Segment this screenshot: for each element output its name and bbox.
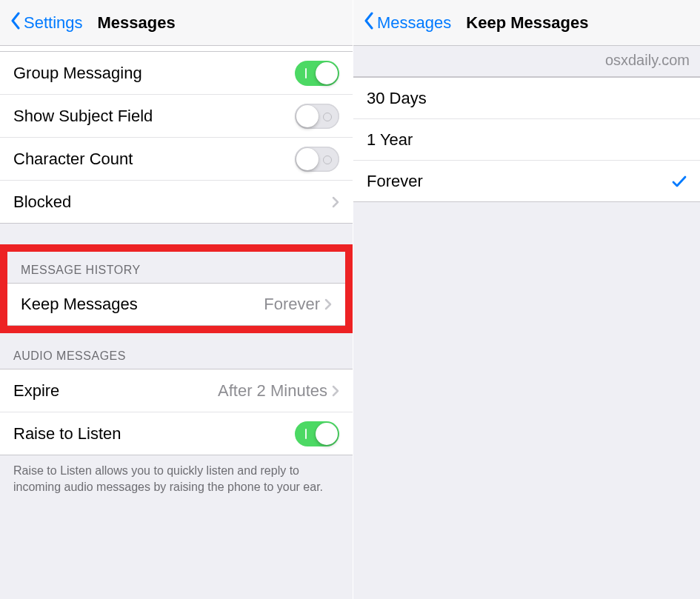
value-expire: After 2 Minutes: [218, 381, 327, 401]
back-label: Settings: [24, 13, 83, 33]
header-message-history: MESSAGE HISTORY: [7, 252, 345, 283]
row-group-messaging[interactable]: Group Messaging: [0, 52, 353, 95]
chevron-left-icon: [10, 12, 21, 34]
label-show-subject: Show Subject Field: [13, 107, 295, 126]
toggle-group-messaging[interactable]: [295, 61, 339, 86]
page-title-right: Keep Messages: [466, 13, 588, 33]
navbar-right: Messages Keep Messages: [353, 0, 700, 46]
label-char-count: Character Count: [13, 150, 295, 169]
highlight-message-history: MESSAGE HISTORY Keep Messages Forever: [0, 244, 353, 333]
option-label: 1 Year: [367, 130, 687, 150]
chevron-right-icon: [324, 298, 332, 310]
label-raise-to-listen: Raise to Listen: [13, 424, 295, 444]
header-audio-messages: AUDIO MESSAGES: [0, 333, 353, 369]
option-label: Forever: [367, 172, 672, 191]
label-group-messaging: Group Messaging: [13, 64, 295, 83]
row-keep-messages[interactable]: Keep Messages Forever: [7, 283, 345, 326]
toggle-char-count[interactable]: [295, 147, 339, 172]
chevron-right-icon: [332, 385, 339, 397]
option-30-days[interactable]: 30 Days: [353, 78, 700, 119]
row-char-count[interactable]: Character Count: [0, 138, 353, 181]
checkmark-icon: [672, 175, 687, 188]
page-title-left: Messages: [98, 13, 176, 33]
label-keep-messages: Keep Messages: [21, 295, 264, 314]
option-forever[interactable]: Forever: [353, 161, 700, 202]
toggle-show-subject[interactable]: [295, 104, 339, 129]
value-keep-messages: Forever: [264, 295, 320, 314]
spacer: [353, 202, 700, 599]
row-show-subject[interactable]: Show Subject Field: [0, 95, 353, 138]
settings-group-audio: Expire After 2 Minutes Raise to Listen: [0, 369, 353, 455]
spacer: [0, 506, 353, 599]
navbar-left: Settings Messages: [0, 0, 353, 46]
option-label: 30 Days: [367, 89, 687, 108]
back-to-settings[interactable]: Settings: [10, 12, 83, 34]
keep-messages-pane: Messages Keep Messages osxdaily.com 30 D…: [353, 0, 700, 599]
label-expire: Expire: [13, 381, 218, 401]
row-expire[interactable]: Expire After 2 Minutes: [0, 369, 353, 412]
row-blocked[interactable]: Blocked: [0, 181, 353, 224]
messages-settings-pane: Settings Messages Group Messaging Show S…: [0, 0, 353, 599]
row-raise-to-listen[interactable]: Raise to Listen: [0, 412, 353, 455]
settings-group-1: Group Messaging Show Subject Field Chara…: [0, 52, 353, 224]
label-blocked: Blocked: [13, 193, 332, 212]
footer-raise-to-listen: Raise to Listen allows you to quickly li…: [0, 455, 353, 506]
chevron-right-icon: [332, 196, 339, 208]
chevron-left-icon: [364, 12, 374, 34]
top-divider: [0, 46, 353, 52]
back-label: Messages: [377, 13, 451, 33]
watermark-text: osxdaily.com: [353, 46, 700, 77]
back-to-messages[interactable]: Messages: [364, 12, 451, 34]
option-1-year[interactable]: 1 Year: [353, 119, 700, 161]
toggle-raise-to-listen[interactable]: [295, 421, 339, 446]
keep-options-group: 30 Days 1 Year Forever: [353, 77, 700, 202]
